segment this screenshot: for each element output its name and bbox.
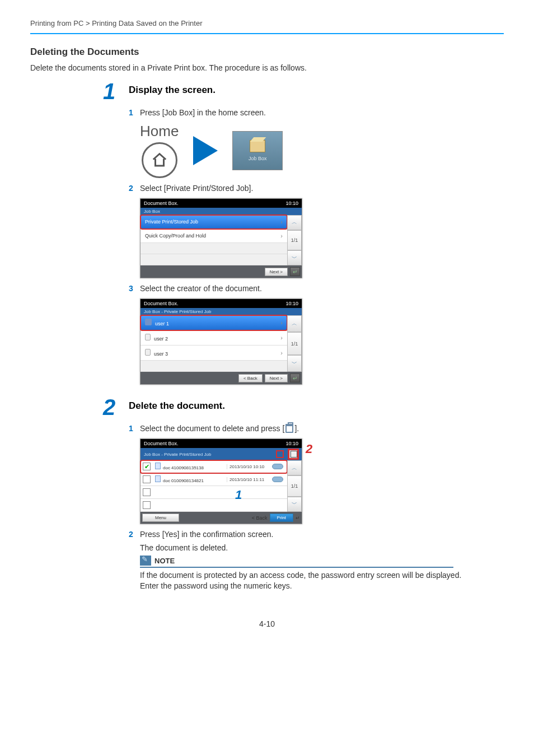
chevron-right-icon: › <box>280 349 283 356</box>
chevron-right-icon: › <box>280 319 283 326</box>
note-text: If the document is protected by an acces… <box>140 570 481 591</box>
callout-1: 1 <box>235 488 242 502</box>
substep-1-3-number: 3 <box>129 284 140 293</box>
scroll-down-button[interactable]: ﹀ <box>287 355 302 372</box>
trash-icon <box>289 450 297 458</box>
note-icon <box>140 556 151 566</box>
user-icon <box>145 319 152 325</box>
page-indicator: 1/1 <box>287 332 302 355</box>
section-title: Deleting the Documents <box>30 46 504 58</box>
substep-2-1-text: Select the document to delete and press … <box>140 424 504 433</box>
chevron-right-icon: › <box>280 334 283 341</box>
pages-badge <box>272 477 283 482</box>
table-row[interactable]: ✔ doc 4100908135138 2013/10/10 10:10 <box>140 460 287 473</box>
lock-icon <box>145 334 151 340</box>
list-item-quick-copy[interactable]: Quick Copy/Proof and Hold› <box>140 229 287 243</box>
back-button[interactable]: < Back <box>252 515 268 521</box>
home-label: Home <box>140 123 179 140</box>
screen-title: Document Box. <box>144 200 179 206</box>
table-row[interactable]: doc 0100908134821 2013/10/10 11:11 <box>140 473 287 486</box>
screen-jobbox-list: Document Box.10:10 Job Box Private Print… <box>140 198 302 278</box>
step-2-result: The document is deleted. <box>140 543 504 552</box>
screen-user-list: Document Box.10:10 Job Box - Private Pri… <box>140 298 302 385</box>
screen-subtitle: Job Box - Private Print/Stored Job <box>140 308 302 315</box>
job-box-label: Job Box <box>249 156 267 161</box>
page-indicator: 1/1 <box>287 475 302 496</box>
list-item-user3[interactable]: user 3› <box>140 346 287 361</box>
select-all-checkbox[interactable] <box>276 450 284 458</box>
next-button[interactable]: Next > <box>265 374 288 382</box>
job-box-icon <box>250 140 265 152</box>
intro-text: Delete the documents stored in a Private… <box>30 63 504 72</box>
enter-button[interactable]: ↵ <box>296 515 300 521</box>
callout-2: 2 <box>306 442 312 456</box>
substep-2-2-number: 2 <box>129 530 140 539</box>
screen-subtitle: Job Box <box>140 208 302 215</box>
scroll-down-button[interactable]: ﹀ <box>287 497 302 512</box>
step-number-1: 1 <box>103 80 129 102</box>
screen-time: 10:10 <box>285 301 298 306</box>
substep-1-1-text: Press [Job Box] in the home screen. <box>140 108 504 117</box>
enter-button[interactable]: ↵ <box>290 374 300 382</box>
screen-doc-list: Document Box.10:10 Job Box - Private Pri… <box>140 438 302 524</box>
page-indicator: 1/1 <box>287 230 302 251</box>
table-row-empty <box>140 486 287 499</box>
next-button[interactable]: Next > <box>265 268 288 276</box>
lock-icon <box>145 349 151 356</box>
screen-title: Document Box. <box>144 301 179 306</box>
doc-date: 2013/10/10 10:10 <box>227 464 270 469</box>
home-button[interactable] <box>142 142 177 178</box>
step-2-title: Delete the document. <box>129 396 225 412</box>
scroll-up-button[interactable]: ︿ <box>287 460 302 475</box>
enter-button[interactable]: ↵ <box>290 267 300 276</box>
step-number-2: 2 <box>103 396 129 418</box>
doc-date: 2013/10/10 11:11 <box>227 477 270 482</box>
chevron-right-icon: › <box>280 232 283 239</box>
back-button[interactable]: < Back <box>238 374 263 382</box>
list-item-empty <box>140 254 287 265</box>
screen-time: 10:10 <box>285 200 298 206</box>
screen-time: 10:10 <box>285 441 298 446</box>
checkbox-unchecked[interactable] <box>143 475 151 483</box>
screen-title: Document Box. <box>144 441 179 446</box>
substep-1-1-number: 1 <box>129 108 140 117</box>
list-item-private-print[interactable]: Private Print/Stored Job› <box>140 215 287 229</box>
list-item-empty <box>140 243 287 254</box>
delete-icon <box>285 424 293 433</box>
substep-2-1-number: 1 <box>129 424 140 433</box>
list-item-user2[interactable]: user 2› <box>140 330 287 346</box>
home-icon <box>151 152 168 169</box>
table-row-empty <box>140 499 287 512</box>
document-icon <box>155 463 161 469</box>
breadcrumb: Printing from PC > Printing Data Saved o… <box>30 19 504 34</box>
job-box-button[interactable]: Job Box <box>232 131 283 170</box>
screen-subtitle: Job Box - Private Print/Stored Job <box>144 452 212 457</box>
arrow-icon <box>193 136 218 165</box>
scroll-up-button[interactable]: ︿ <box>287 215 302 230</box>
checkbox-empty <box>143 501 151 509</box>
checkbox-checked[interactable]: ✔ <box>143 463 151 470</box>
chevron-right-icon: › <box>280 218 283 225</box>
substep-1-3-text: Select the creator of the document. <box>140 284 504 293</box>
step-1-title: Display the screen. <box>129 80 216 96</box>
substep-2-2-text: Press [Yes] in the confirmation screen. <box>140 530 504 539</box>
document-icon <box>155 475 161 482</box>
print-button[interactable]: Print <box>270 514 293 522</box>
pages-badge <box>272 464 283 469</box>
list-item-empty <box>140 361 287 372</box>
substep-1-2-number: 2 <box>129 184 140 193</box>
delete-button[interactable] <box>288 449 298 459</box>
note-label: NOTE <box>154 557 175 565</box>
scroll-up-button[interactable]: ︿ <box>287 315 302 332</box>
page-number: 4-10 <box>30 619 504 628</box>
substep-1-2-text: Select [Private Print/Stored Job]. <box>140 184 504 193</box>
list-item-user1[interactable]: user 1› <box>140 315 287 330</box>
menu-button[interactable]: Menu <box>142 514 179 522</box>
scroll-down-button[interactable]: ﹀ <box>287 250 302 265</box>
checkbox-empty <box>143 488 151 496</box>
